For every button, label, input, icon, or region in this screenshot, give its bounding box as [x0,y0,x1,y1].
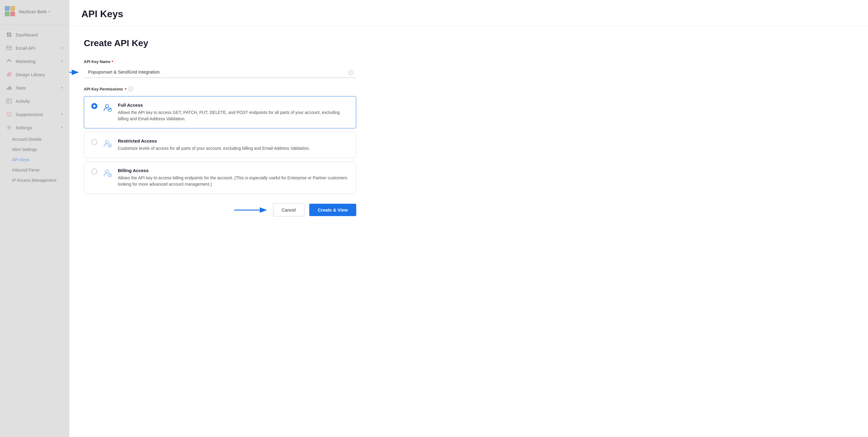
svg-rect-4 [7,46,11,50]
required-indicator: • [112,59,113,64]
sidebar-nav: Dashboard Email API ▾ Marketing [0,27,69,187]
sidebar-header: Nazlican Berk ▾ [0,0,69,22]
design-library-icon [6,71,12,77]
input-arrow [69,67,81,77]
sub-item-ip-access[interactable]: IP Access Management [6,175,69,185]
full-access-name: Full Access [118,102,349,107]
svg-rect-3 [10,11,15,16]
page-header: API Keys [69,0,868,26]
stats-chevron: ▾ [61,86,63,90]
sidebar-item-dashboard[interactable]: Dashboard [0,28,69,41]
sub-item-account-details[interactable]: Account Details [6,134,69,144]
design-library-label: Design Library [16,72,45,77]
settings-subitems: Account Details Alert Settings API Keys … [0,134,69,185]
settings-icon [6,124,12,130]
sub-item-alert-settings[interactable]: Alert Settings [6,144,69,155]
permissions-required: • [125,87,127,91]
main-content: API Keys Create API Key API Key Name • [69,0,868,437]
sidebar: Nazlican Berk ▾ Dashboard Email API ▾ [0,0,69,437]
dashboard-label: Dashboard [16,32,38,37]
api-key-name-group: API Key Name • [84,59,356,78]
user-menu-chevron: ▾ [49,10,50,13]
svg-point-19 [105,141,108,144]
stats-icon [6,85,12,91]
email-api-chevron: ▾ [61,46,63,50]
form-actions: Cancel Create & View [84,204,356,216]
svg-rect-2 [5,11,10,16]
restricted-access-desc: Customize levels of access for all parts… [118,145,349,152]
restricted-access-text: Restricted Access Customize levels of ac… [118,138,349,152]
actions-arrow [233,205,269,215]
svg-rect-0 [5,6,10,11]
arrow-svg [69,67,81,77]
restricted-access-icon [102,138,113,149]
content-area: Create API Key API Key Name • [69,26,371,228]
suppressions-chevron: ▾ [61,113,63,116]
create-view-button[interactable]: Create & View [309,204,356,216]
marketing-label: Marketing [16,59,36,64]
svg-point-17 [105,104,108,107]
permissions-info-icon[interactable]: i [128,87,133,91]
billing-access-text: Billing Access Allows the API key to acc… [118,168,349,187]
sub-item-api-keys[interactable]: API Keys [6,155,69,165]
dashboard-icon [6,32,12,38]
radio-restricted-access[interactable] [91,139,97,145]
sidebar-item-marketing[interactable]: Marketing ▾ [0,55,69,68]
radio-full-access[interactable] [91,103,97,109]
cancel-button[interactable]: Cancel [273,204,305,216]
svg-rect-12 [11,87,11,90]
email-api-label: Email API [16,45,35,51]
sub-item-inbound-parse[interactable]: Inbound Parse [6,165,69,175]
svg-rect-11 [10,86,10,90]
input-info-icon[interactable]: i [348,69,353,75]
svg-line-6 [7,72,11,76]
sidebar-item-suppressions[interactable]: Suppressions ▾ [0,107,69,121]
permissions-group: API Key Permissions • i Full Access [84,87,356,194]
billing-access-icon [102,168,113,179]
permission-card-restricted-access[interactable]: Restricted Access Customize levels of ac… [84,132,356,158]
svg-point-21 [105,170,108,173]
sidebar-item-email-api[interactable]: Email API ▾ [0,41,69,55]
sidebar-item-settings[interactable]: Settings ▾ [0,121,69,134]
sidebar-item-design-library[interactable]: Design Library [0,68,69,81]
app-logo [5,6,16,17]
svg-point-15 [8,127,10,128]
full-access-desc: Allows the API key to access GET, PATCH,… [118,110,349,122]
billing-access-desc: Allows the API key to access billing end… [118,175,349,187]
create-api-key-title: Create API Key [84,38,356,48]
page-title: API Keys [82,8,856,20]
settings-chevron: ▾ [61,126,63,130]
email-api-icon [6,45,12,51]
radio-billing-access[interactable] [91,168,97,175]
api-key-name-input-wrapper: i [84,66,356,78]
svg-rect-10 [8,87,9,90]
permission-card-billing-access[interactable]: Billing Access Allows the API key to acc… [84,161,356,194]
actions-arrow-svg [233,205,269,215]
permission-card-full-access[interactable]: Full Access Allows the API key to access… [84,96,356,128]
stats-label: Stats [16,85,26,90]
marketing-icon [6,58,12,64]
user-name[interactable]: Nazlican Berk ▾ [19,9,50,14]
suppressions-icon [6,111,12,117]
settings-label: Settings [16,125,32,130]
sidebar-item-stats[interactable]: Stats ▾ [0,81,69,94]
api-key-name-input[interactable] [84,66,356,78]
suppressions-label: Suppressions [16,112,43,117]
permissions-label: API Key Permissions • i [84,87,356,91]
svg-rect-1 [10,6,15,11]
marketing-chevron: ▾ [61,59,63,63]
activity-label: Activity [16,98,30,104]
activity-icon [6,98,12,104]
sidebar-item-activity[interactable]: Activity [0,94,69,107]
svg-rect-9 [7,88,7,90]
full-access-icon [102,102,113,113]
full-access-text: Full Access Allows the API key to access… [118,102,349,122]
restricted-access-name: Restricted Access [118,138,349,144]
billing-access-name: Billing Access [118,168,349,173]
api-key-name-label: API Key Name • [84,59,356,64]
